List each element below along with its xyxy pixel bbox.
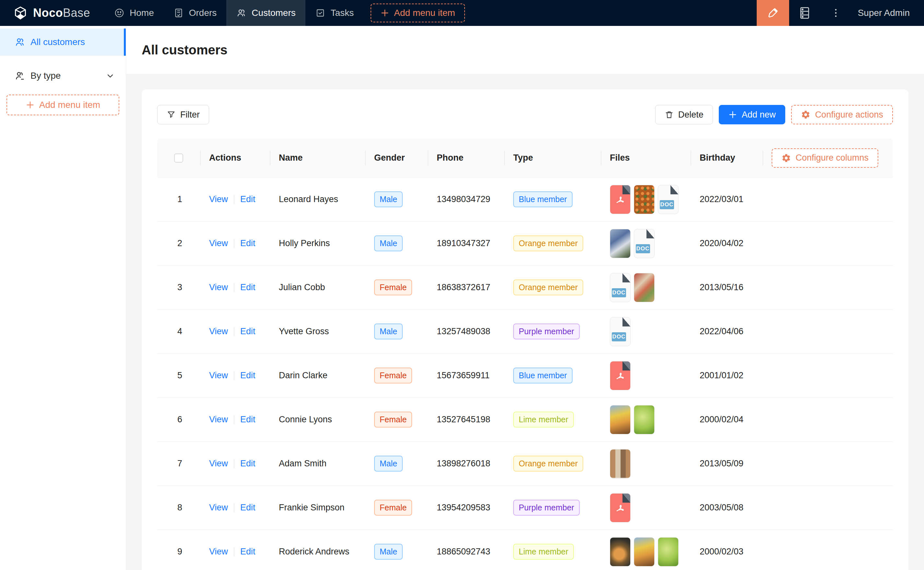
image-file-thumbnail[interactable] xyxy=(634,185,655,214)
view-link[interactable]: View xyxy=(209,458,228,469)
image-file-thumbnail[interactable] xyxy=(610,449,630,478)
member-type-badge: Orange member xyxy=(513,456,583,472)
files-cell: DOC xyxy=(601,273,690,302)
member-type-badge: Lime member xyxy=(513,412,574,428)
image-file-thumbnail[interactable] xyxy=(634,537,655,567)
view-link[interactable]: View xyxy=(209,547,228,557)
configure-actions-button[interactable]: Configure actions xyxy=(791,105,893,124)
doc-file-thumbnail[interactable]: DOC xyxy=(610,273,630,302)
order-document-icon xyxy=(174,8,184,18)
edit-link[interactable]: Edit xyxy=(240,458,255,469)
doc-file-thumbnail[interactable]: DOC xyxy=(610,317,630,346)
current-user[interactable]: Super Admin xyxy=(852,8,924,18)
customer-name: Roderick Andrews xyxy=(270,547,365,557)
select-all-checkbox[interactable] xyxy=(174,153,183,162)
files-cell xyxy=(601,537,690,567)
image-file-thumbnail[interactable] xyxy=(634,273,655,302)
nocobase-logo[interactable]: NocoBase xyxy=(0,6,105,20)
filter-button[interactable]: Filter xyxy=(157,105,209,124)
row-index: 3 xyxy=(177,282,182,292)
view-link[interactable]: View xyxy=(209,282,228,293)
gender-badge: Male xyxy=(374,544,403,560)
view-link[interactable]: View xyxy=(209,194,228,204)
active-indicator xyxy=(124,29,126,56)
edit-link[interactable]: Edit xyxy=(240,503,255,513)
table-row: 6 View Edit Connie Lyons Female 13527645… xyxy=(157,398,893,442)
main-content: All customers Filter xyxy=(126,26,924,570)
edit-link[interactable]: Edit xyxy=(240,371,255,380)
chevron-down-icon xyxy=(106,71,115,80)
customer-birthday: 2022/04/06 xyxy=(690,326,763,337)
column-header-files: Files xyxy=(601,139,690,177)
customer-name: Frankie Simpson xyxy=(270,503,365,513)
pdf-file-thumbnail[interactable] xyxy=(610,493,630,522)
gender-badge: Male xyxy=(374,456,403,472)
customer-phone: 15673659911 xyxy=(427,371,504,380)
doc-badge: DOC xyxy=(660,200,674,209)
edit-link[interactable]: Edit xyxy=(240,282,255,293)
table-row: 3 View Edit Julian Cobb Female 186383726… xyxy=(157,265,893,310)
view-link[interactable]: View xyxy=(209,371,228,380)
sidebar-add-menu-item-button[interactable]: Add menu item xyxy=(6,95,119,115)
ui-editor-button[interactable] xyxy=(757,0,789,26)
gender-badge: Male xyxy=(374,192,403,207)
files-cell xyxy=(601,493,690,522)
sidebar-item-by-type[interactable]: By type xyxy=(0,62,126,89)
customer-birthday: 2000/02/04 xyxy=(690,415,763,424)
add-new-button[interactable]: Add new xyxy=(719,105,785,124)
image-file-thumbnail[interactable] xyxy=(610,405,630,434)
kebab-menu-icon[interactable] xyxy=(820,0,852,26)
table-row: 9 View Edit Roderick Andrews Male 188650… xyxy=(157,530,893,570)
nav-item-label: Tasks xyxy=(331,8,354,18)
customer-birthday: 2013/05/09 xyxy=(690,458,763,469)
nav-item-tasks[interactable]: Tasks xyxy=(305,0,364,26)
pdf-file-thumbnail[interactable] xyxy=(610,185,630,214)
pdf-file-thumbnail[interactable] xyxy=(610,361,630,390)
top-navbar: NocoBase Home Orders xyxy=(0,0,924,26)
files-cell xyxy=(601,361,690,390)
sidebar: All customers By type Add menu item xyxy=(0,26,126,570)
nav-item-customers[interactable]: Customers xyxy=(226,0,305,26)
customer-phone: 13527645198 xyxy=(427,415,504,424)
member-type-badge: Blue member xyxy=(513,192,573,207)
edit-link[interactable]: Edit xyxy=(240,194,255,204)
people-filter-icon xyxy=(14,70,25,81)
configure-columns-button[interactable]: Configure columns xyxy=(772,148,878,168)
action-divider xyxy=(234,283,234,292)
edit-link[interactable]: Edit xyxy=(240,415,255,424)
image-file-thumbnail[interactable] xyxy=(610,537,630,567)
doc-file-thumbnail[interactable]: DOC xyxy=(658,185,679,214)
view-link[interactable]: View xyxy=(209,415,228,424)
row-index: 6 xyxy=(177,415,182,424)
table-row: 5 View Edit Darin Clarke Female 15673659… xyxy=(157,354,893,398)
delete-button[interactable]: Delete xyxy=(655,105,713,124)
image-file-thumbnail[interactable] xyxy=(610,229,630,258)
view-link[interactable]: View xyxy=(209,326,228,337)
nav-item-orders[interactable]: Orders xyxy=(164,0,227,26)
files-cell xyxy=(601,405,690,434)
customer-phone: 13954209583 xyxy=(427,503,504,513)
edit-link[interactable]: Edit xyxy=(240,547,255,557)
collections-rack-icon[interactable] xyxy=(789,0,820,26)
nav-item-home[interactable]: Home xyxy=(105,0,164,26)
image-file-thumbnail[interactable] xyxy=(634,405,655,434)
view-link[interactable]: View xyxy=(209,503,228,513)
doc-file-thumbnail[interactable]: DOC xyxy=(634,229,655,258)
toolbar-actions: Delete Add new Configure a xyxy=(655,105,893,124)
customer-name: Leonard Hayes xyxy=(270,194,365,204)
view-link[interactable]: View xyxy=(209,238,228,248)
sidebar-add-label: Add menu item xyxy=(39,100,100,110)
nav-add-menu-item-button[interactable]: Add menu item xyxy=(371,3,464,22)
edit-link[interactable]: Edit xyxy=(240,238,255,248)
sidebar-item-all-customers[interactable]: All customers xyxy=(0,29,126,56)
column-header-name: Name xyxy=(270,139,365,177)
edit-link[interactable]: Edit xyxy=(240,326,255,337)
plus-icon xyxy=(26,100,35,109)
table-toolbar: Filter Delete xyxy=(157,105,893,124)
image-file-thumbnail[interactable] xyxy=(658,537,679,567)
customer-birthday: 2001/01/02 xyxy=(690,371,763,380)
sidebar-item-label: All customers xyxy=(31,37,85,47)
row-index: 5 xyxy=(177,371,182,380)
customer-birthday: 2003/05/08 xyxy=(690,503,763,513)
page-header: All customers xyxy=(126,26,924,74)
